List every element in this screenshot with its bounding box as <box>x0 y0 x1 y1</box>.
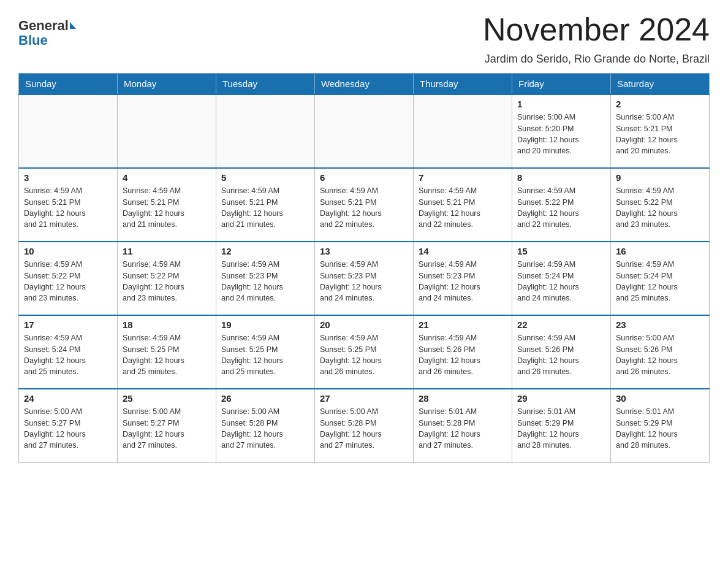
day-number: 24 <box>24 393 112 404</box>
day-number: 17 <box>24 320 112 330</box>
day-number: 11 <box>123 246 211 256</box>
calendar-cell: 6Sunrise: 4:59 AM Sunset: 5:21 PM Daylig… <box>315 168 414 242</box>
calendar-cell: 2Sunrise: 5:00 AM Sunset: 5:21 PM Daylig… <box>611 94 710 168</box>
day-info: Sunrise: 4:59 AM Sunset: 5:24 PM Dayligh… <box>24 332 112 377</box>
day-info: Sunrise: 5:01 AM Sunset: 5:29 PM Dayligh… <box>517 406 605 451</box>
calendar-cell: 11Sunrise: 4:59 AM Sunset: 5:22 PM Dayli… <box>118 242 216 315</box>
calendar-cell: 28Sunrise: 5:01 AM Sunset: 5:28 PM Dayli… <box>414 389 512 462</box>
calendar-week-row: 17Sunrise: 4:59 AM Sunset: 5:24 PM Dayli… <box>19 315 710 389</box>
day-info: Sunrise: 4:59 AM Sunset: 5:23 PM Dayligh… <box>419 259 507 304</box>
month-title: November 2024 <box>483 12 710 47</box>
logo-blue-text: Blue <box>18 33 76 48</box>
day-number: 27 <box>320 393 408 404</box>
day-info: Sunrise: 4:59 AM Sunset: 5:22 PM Dayligh… <box>123 259 211 304</box>
calendar-cell: 17Sunrise: 4:59 AM Sunset: 5:24 PM Dayli… <box>19 315 118 389</box>
calendar-table: SundayMondayTuesdayWednesdayThursdayFrid… <box>18 73 710 463</box>
day-number: 1 <box>517 99 605 109</box>
day-info: Sunrise: 5:00 AM Sunset: 5:21 PM Dayligh… <box>616 112 704 156</box>
day-number: 10 <box>24 246 112 256</box>
day-info: Sunrise: 4:59 AM Sunset: 5:21 PM Dayligh… <box>123 185 211 230</box>
calendar-week-row: 10Sunrise: 4:59 AM Sunset: 5:22 PM Dayli… <box>19 242 710 315</box>
day-info: Sunrise: 4:59 AM Sunset: 5:26 PM Dayligh… <box>419 332 507 377</box>
day-number: 29 <box>517 393 605 404</box>
calendar-header-sunday: Sunday <box>19 74 118 95</box>
calendar-header-friday: Friday <box>512 74 611 95</box>
calendar-cell <box>315 94 414 168</box>
calendar-header-tuesday: Tuesday <box>216 74 315 95</box>
day-info: Sunrise: 4:59 AM Sunset: 5:25 PM Dayligh… <box>221 332 309 377</box>
calendar-cell: 20Sunrise: 4:59 AM Sunset: 5:25 PM Dayli… <box>315 315 414 389</box>
day-info: Sunrise: 4:59 AM Sunset: 5:21 PM Dayligh… <box>419 185 507 230</box>
logo-arrow-icon <box>70 22 76 29</box>
logo: General Blue <box>18 18 76 48</box>
day-number: 16 <box>616 246 704 256</box>
calendar-cell: 15Sunrise: 4:59 AM Sunset: 5:24 PM Dayli… <box>512 242 611 315</box>
day-number: 20 <box>320 320 408 330</box>
calendar-week-row: 3Sunrise: 4:59 AM Sunset: 5:21 PM Daylig… <box>19 168 710 242</box>
day-info: Sunrise: 5:00 AM Sunset: 5:28 PM Dayligh… <box>221 406 309 451</box>
day-number: 19 <box>221 320 309 330</box>
day-info: Sunrise: 4:59 AM Sunset: 5:21 PM Dayligh… <box>24 185 112 230</box>
day-info: Sunrise: 5:01 AM Sunset: 5:29 PM Dayligh… <box>616 406 704 451</box>
day-number: 18 <box>123 320 211 330</box>
day-number: 4 <box>123 172 211 183</box>
day-info: Sunrise: 4:59 AM Sunset: 5:22 PM Dayligh… <box>616 185 704 230</box>
day-info: Sunrise: 4:59 AM Sunset: 5:22 PM Dayligh… <box>517 185 605 230</box>
day-number: 5 <box>221 172 309 183</box>
calendar-header-thursday: Thursday <box>414 74 512 95</box>
calendar-header-saturday: Saturday <box>611 74 710 95</box>
calendar-cell <box>414 94 512 168</box>
calendar-cell: 21Sunrise: 4:59 AM Sunset: 5:26 PM Dayli… <box>414 315 512 389</box>
calendar-cell: 8Sunrise: 4:59 AM Sunset: 5:22 PM Daylig… <box>512 168 611 242</box>
calendar-cell: 29Sunrise: 5:01 AM Sunset: 5:29 PM Dayli… <box>512 389 611 462</box>
day-info: Sunrise: 4:59 AM Sunset: 5:22 PM Dayligh… <box>24 259 112 304</box>
calendar-cell: 10Sunrise: 4:59 AM Sunset: 5:22 PM Dayli… <box>19 242 118 315</box>
day-number: 25 <box>123 393 211 404</box>
day-info: Sunrise: 4:59 AM Sunset: 5:21 PM Dayligh… <box>320 185 408 230</box>
day-number: 2 <box>616 99 704 109</box>
day-info: Sunrise: 5:00 AM Sunset: 5:27 PM Dayligh… <box>24 406 112 451</box>
day-info: Sunrise: 4:59 AM Sunset: 5:21 PM Dayligh… <box>221 185 309 230</box>
calendar-cell: 13Sunrise: 4:59 AM Sunset: 5:23 PM Dayli… <box>315 242 414 315</box>
calendar-cell: 9Sunrise: 4:59 AM Sunset: 5:22 PM Daylig… <box>611 168 710 242</box>
day-number: 14 <box>419 246 507 256</box>
calendar-cell: 7Sunrise: 4:59 AM Sunset: 5:21 PM Daylig… <box>414 168 512 242</box>
day-info: Sunrise: 5:00 AM Sunset: 5:28 PM Dayligh… <box>320 406 408 451</box>
day-info: Sunrise: 4:59 AM Sunset: 5:25 PM Dayligh… <box>123 332 211 377</box>
calendar-cell: 19Sunrise: 4:59 AM Sunset: 5:25 PM Dayli… <box>216 315 315 389</box>
calendar-cell: 16Sunrise: 4:59 AM Sunset: 5:24 PM Dayli… <box>611 242 710 315</box>
day-number: 28 <box>419 393 507 404</box>
calendar-header-monday: Monday <box>118 74 216 95</box>
page-header: General Blue November 2024 <box>18 12 710 48</box>
calendar-header-row: SundayMondayTuesdayWednesdayThursdayFrid… <box>19 74 710 95</box>
calendar-week-row: 1Sunrise: 5:00 AM Sunset: 5:20 PM Daylig… <box>19 94 710 168</box>
day-number: 13 <box>320 246 408 256</box>
calendar-cell: 27Sunrise: 5:00 AM Sunset: 5:28 PM Dayli… <box>315 389 414 462</box>
day-number: 15 <box>517 246 605 256</box>
calendar-cell: 26Sunrise: 5:00 AM Sunset: 5:28 PM Dayli… <box>216 389 315 462</box>
day-number: 12 <box>221 246 309 256</box>
calendar-cell <box>19 94 118 168</box>
day-number: 23 <box>616 320 704 330</box>
calendar-cell: 3Sunrise: 4:59 AM Sunset: 5:21 PM Daylig… <box>19 168 118 242</box>
day-info: Sunrise: 4:59 AM Sunset: 5:25 PM Dayligh… <box>320 332 408 377</box>
calendar-cell: 23Sunrise: 5:00 AM Sunset: 5:26 PM Dayli… <box>611 315 710 389</box>
day-info: Sunrise: 4:59 AM Sunset: 5:24 PM Dayligh… <box>517 259 605 304</box>
day-number: 6 <box>320 172 408 183</box>
day-number: 9 <box>616 172 704 183</box>
day-info: Sunrise: 4:59 AM Sunset: 5:23 PM Dayligh… <box>221 259 309 304</box>
title-block: November 2024 <box>483 12 710 47</box>
day-number: 26 <box>221 393 309 404</box>
calendar-cell: 30Sunrise: 5:01 AM Sunset: 5:29 PM Dayli… <box>611 389 710 462</box>
day-number: 30 <box>616 393 704 404</box>
calendar-cell: 5Sunrise: 4:59 AM Sunset: 5:21 PM Daylig… <box>216 168 315 242</box>
day-info: Sunrise: 5:00 AM Sunset: 5:27 PM Dayligh… <box>123 406 211 451</box>
calendar-header-wednesday: Wednesday <box>315 74 414 95</box>
location-subtitle: Jardim do Serido, Rio Grande do Norte, B… <box>18 53 710 66</box>
day-number: 8 <box>517 172 605 183</box>
calendar-cell: 18Sunrise: 4:59 AM Sunset: 5:25 PM Dayli… <box>118 315 216 389</box>
day-number: 21 <box>419 320 507 330</box>
calendar-cell <box>216 94 315 168</box>
day-info: Sunrise: 4:59 AM Sunset: 5:23 PM Dayligh… <box>320 259 408 304</box>
calendar-cell <box>118 94 216 168</box>
